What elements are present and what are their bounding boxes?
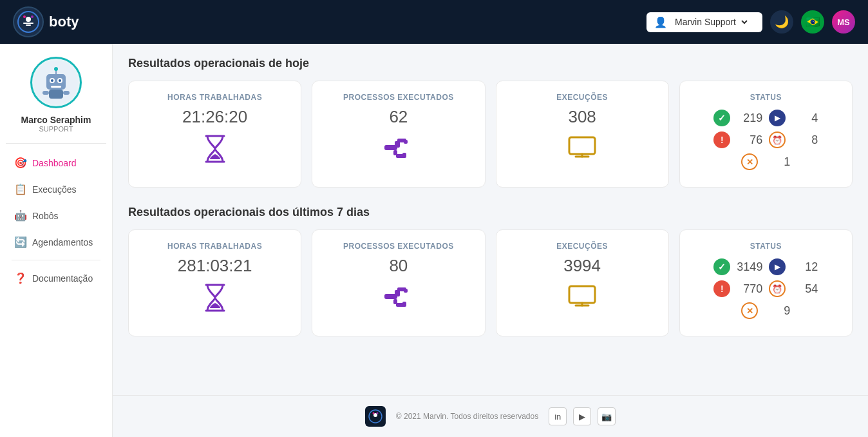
sidebar-avatar [30,57,82,108]
week-processos-value: 80 [389,256,408,276]
svg-rect-2 [23,23,33,24]
week-status-cancelled-row: ✕ 9 [693,302,839,319]
today-status-title: STATUS [693,93,839,102]
svg-rect-17 [63,91,70,95]
svg-rect-25 [569,137,595,154]
avatar-initials: MS [837,17,850,27]
week-robot-arm-icon [383,284,414,315]
sidebar-user-role: SUPPORT [39,125,73,133]
week-hourglass-icon [202,284,228,317]
svg-rect-24 [402,153,406,158]
instagram-button[interactable]: 📷 [598,407,616,425]
documentacao-icon: ❓ [14,272,27,284]
footer-social: in ▶ 📷 [549,407,616,425]
svg-point-11 [59,79,61,82]
logo-circle [13,6,44,37]
week-horas-label: HORAS TRABALHADAS [167,242,262,251]
logo-area: boty [13,6,79,37]
week-processos-card: PROCESSOS EXECUTADOS 80 [312,229,485,336]
robot-arm-icon [383,135,414,166]
today-cards-row: HORAS TRABALHADAS 21:26:20 PROCESSOS EXE… [128,81,853,188]
svg-rect-21 [404,140,408,144]
language-toggle-button[interactable]: 🇧🇷 [801,10,824,34]
week-execucoes-label: EXECUÇÕES [556,242,608,251]
week-success-icon: ✓ [713,258,730,275]
sidebar-item-robos[interactable]: 🤖 Robôs [6,203,106,228]
today-status-error-value: 76 [737,133,762,147]
svg-rect-3 [26,24,31,26]
sidebar-nav: 🎯 Dashboard 📋 Execuções 🤖 Robôs 🔄 Agenda… [0,150,112,292]
week-cards-row: HORAS TRABALHADAS 281:03:21 PROCESSOS EX… [128,229,853,336]
today-success-icon: ✓ [713,110,730,126]
today-cancelled-icon: ✕ [741,153,758,170]
dashboard-icon: 🎯 [14,157,27,169]
user-select[interactable]: Marvin Support [672,16,750,28]
today-status-error-row: ! 76 ⏰ 8 [693,131,839,148]
today-error-icon: ! [713,131,730,148]
svg-point-14 [54,67,58,71]
today-playing-icon: ▶ [769,110,786,126]
week-cancelled-icon: ✕ [741,302,758,319]
sidebar-item-documentacao[interactable]: ❓ Documentação [6,266,106,291]
week-playing-icon: ▶ [769,258,786,275]
week-status-success-value: 3149 [737,260,762,274]
today-status-success-row: ✓ 219 ▶ 4 [693,110,839,126]
week-status-card: STATUS ✓ 3149 ▶ 12 ! 770 ⏰ 54 ✕ [679,229,853,336]
week-status-success-row: ✓ 3149 ▶ 12 [693,258,839,275]
linkedin-button[interactable]: in [549,407,567,425]
today-execucoes-card: EXECUÇÕES 308 [496,81,669,188]
today-horas-label: HORAS TRABALHADAS [167,93,262,102]
sidebar-item-label-documentacao: Documentação [32,273,93,284]
today-status-success-value: 219 [737,112,762,125]
week-execucoes-card: EXECUÇÕES 3994 [496,229,669,336]
moon-icon: 🌙 [775,15,789,29]
week-section-title: Resultados operacionais dos últimos 7 di… [128,206,853,219]
today-status-cancelled-row: ✕ 1 [693,153,839,170]
nav-divider [12,260,101,260]
main-layout: Marco Seraphim SUPPORT 🎯 Dashboard 📋 Exe… [0,44,868,437]
top-header: boty 👤 Marvin Support 🌙 🇧🇷 MS [0,0,868,44]
logo-text: boty [49,14,79,30]
week-status-cancelled-value: 9 [764,304,790,318]
week-execucoes-value: 3994 [563,256,601,276]
svg-rect-35 [569,286,595,303]
today-processos-label: PROCESSOS EXECUTADOS [343,93,454,102]
instagram-icon: 📷 [601,412,612,422]
week-status-waiting-value: 54 [792,282,818,296]
sidebar-item-execucoes[interactable]: 📋 Execuções [6,177,106,202]
today-processos-card: PROCESSOS EXECUTADOS 62 [312,81,485,188]
today-execucoes-label: EXECUÇÕES [556,93,608,102]
week-monitor-icon [567,284,598,315]
today-section-title: Resultados operacionais de hoje [128,57,853,70]
sidebar-item-label-robos: Robôs [32,211,58,221]
today-status-playing-value: 4 [792,112,818,125]
header-right: 👤 Marvin Support 🌙 🇧🇷 MS [646,10,855,34]
today-status-card: STATUS ✓ 219 ▶ 4 ! 76 ⏰ 8 ✕ [679,81,853,188]
user-select-container[interactable]: 👤 Marvin Support [646,12,762,32]
today-processos-value: 62 [389,107,408,127]
robos-icon: 🤖 [14,209,27,222]
week-waiting-icon: ⏰ [769,280,786,297]
week-status-playing-value: 12 [792,260,818,274]
today-horas-value: 21:26:20 [182,107,247,127]
monitor-icon [567,135,598,166]
footer-copyright: © 2021 Marvin. Todos direitos reservados [396,412,538,421]
week-horas-card: HORAS TRABALHADAS 281:03:21 [128,229,301,336]
today-status-cancelled-value: 1 [764,155,790,169]
agendamentos-icon: 🔄 [14,236,27,248]
user-avatar-button[interactable]: MS [832,10,855,34]
theme-toggle-button[interactable]: 🌙 [770,10,793,34]
hourglass-icon [202,135,228,168]
sidebar-item-dashboard[interactable]: 🎯 Dashboard [6,150,106,175]
week-status-error-row: ! 770 ⏰ 54 [693,280,839,297]
today-waiting-icon: ⏰ [769,131,786,148]
sidebar-item-agendamentos[interactable]: 🔄 Agendamentos [6,229,106,255]
main-content: Resultados operacionais de hoje HORAS TR… [113,44,868,395]
youtube-button[interactable]: ▶ [573,407,591,425]
today-status-waiting-value: 8 [792,133,818,147]
svg-point-41 [376,413,378,414]
svg-rect-16 [42,91,49,95]
week-status-error-value: 770 [737,282,762,296]
flag-icon: 🇧🇷 [806,15,820,29]
youtube-icon: ▶ [579,412,585,422]
